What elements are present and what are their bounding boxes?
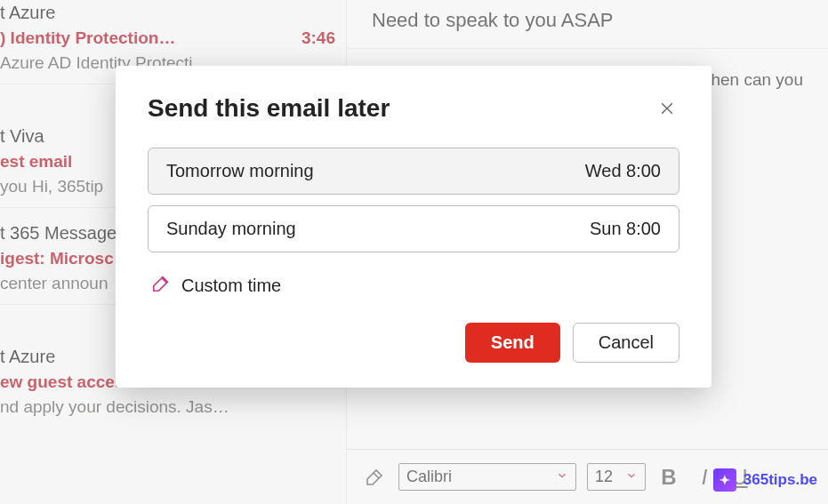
- watermark: ✦ 365tips.be: [713, 468, 817, 492]
- lightbulb-icon: ✦: [713, 468, 736, 492]
- schedule-option-sunday-morning[interactable]: Sunday morning Sun 8:00: [148, 205, 679, 252]
- pencil-icon: [151, 274, 171, 298]
- send-later-dialog: Send this email later Tomorrow morning W…: [116, 66, 711, 388]
- close-icon: [658, 100, 676, 117]
- dialog-title: Send this email later: [148, 94, 390, 123]
- schedule-option-time: Sun 8:00: [590, 219, 661, 239]
- schedule-option-list: Tomorrow morning Wed 8:00 Sunday morning…: [148, 148, 679, 252]
- custom-time-label: Custom time: [181, 276, 281, 296]
- schedule-option-label: Tomorrow morning: [166, 161, 314, 181]
- send-button[interactable]: Send: [465, 323, 560, 363]
- schedule-option-label: Sunday morning: [166, 219, 296, 239]
- custom-time-button[interactable]: Custom time: [148, 267, 679, 298]
- schedule-option-tomorrow-morning[interactable]: Tomorrow morning Wed 8:00: [148, 148, 679, 195]
- cancel-button[interactable]: Cancel: [573, 323, 679, 363]
- close-button[interactable]: [655, 96, 679, 121]
- watermark-text: 365tips.be: [744, 471, 817, 489]
- schedule-option-time: Wed 8:00: [585, 161, 661, 181]
